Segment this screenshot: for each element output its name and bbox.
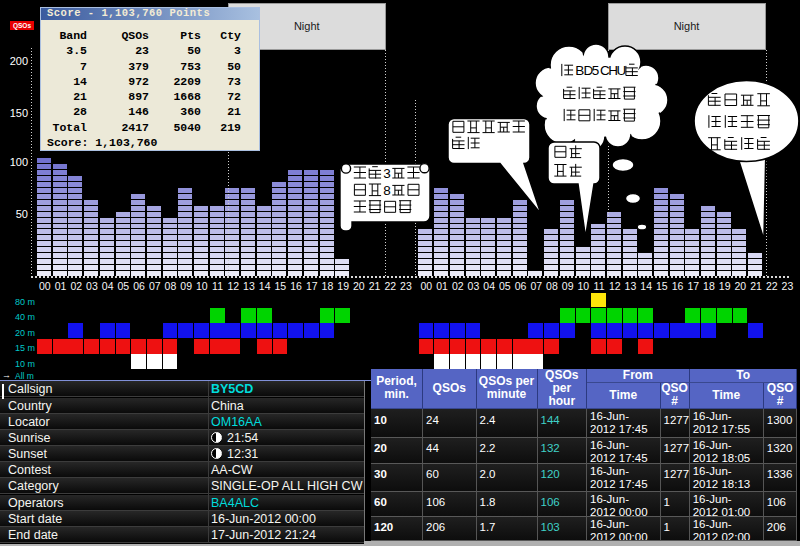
svg-text:U: U: [617, 63, 627, 78]
svg-text:5: 5: [592, 63, 600, 78]
svg-text:3: 3: [383, 166, 391, 181]
svg-text:8: 8: [383, 183, 391, 198]
